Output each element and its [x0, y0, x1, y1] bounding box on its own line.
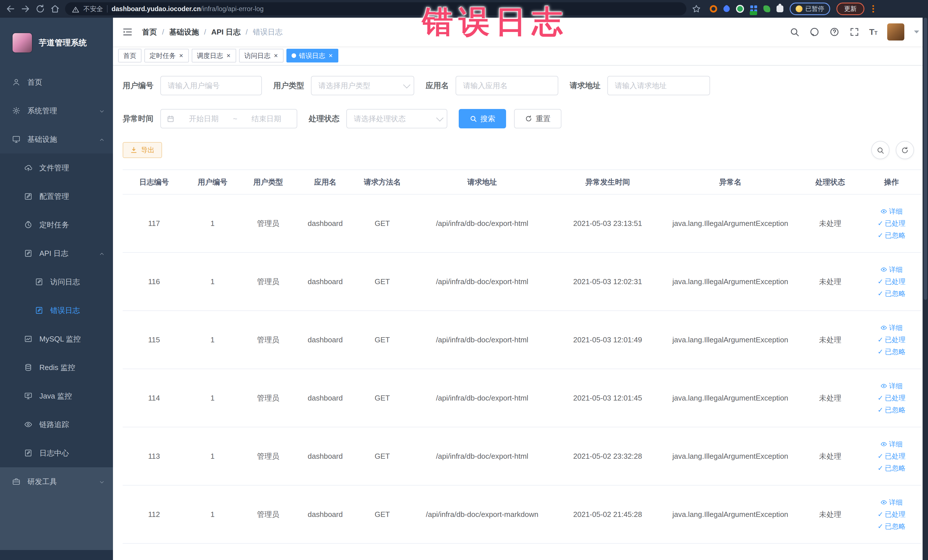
- sidebar-item-log-center[interactable]: 日志中心: [0, 439, 113, 467]
- refresh-table-button[interactable]: [896, 141, 914, 159]
- filter-request-url: 请求地址: [570, 76, 710, 95]
- address-bar[interactable]: 不安全 dashboard.yudao.iocoder.cn/infra/log…: [65, 2, 686, 15]
- close-tab-icon[interactable]: ×: [328, 52, 333, 59]
- table-cell: 2021-05-03 12:01:45: [553, 369, 662, 427]
- sidebar-toggle-icon[interactable]: [122, 26, 133, 37]
- fullscreen-icon[interactable]: [849, 27, 859, 37]
- back-icon[interactable]: [6, 4, 15, 14]
- mark-ignored-link[interactable]: ✓已忽略: [864, 462, 919, 474]
- sidebar-item-trace[interactable]: 链路追踪: [0, 410, 113, 439]
- sidebar-item-infra[interactable]: 基础设施: [0, 125, 113, 154]
- process-status-select[interactable]: [346, 109, 447, 128]
- main-area: 首页/基础设施/API 日志/错误日志 TT 首页定时任务×调度日志×访问日志×…: [113, 18, 928, 560]
- table-cell: 1: [185, 194, 240, 252]
- security-label[interactable]: 不安全: [83, 5, 103, 14]
- extension-blue-icon[interactable]: [722, 4, 731, 13]
- detail-link[interactable]: 详细: [864, 205, 919, 217]
- tab-定时任务[interactable]: 定时任务×: [144, 49, 189, 63]
- table-cell: 1: [185, 427, 240, 485]
- mark-processed-link[interactable]: ✓已处理: [864, 450, 919, 462]
- sidebar-item-access-log[interactable]: 访问日志: [0, 268, 113, 296]
- paused-badge[interactable]: 已暂停: [790, 3, 830, 15]
- show-search-button[interactable]: [871, 141, 890, 159]
- database-icon: [24, 363, 32, 372]
- detail-link[interactable]: 详细: [864, 438, 919, 450]
- request-url-input[interactable]: [607, 76, 710, 95]
- search-icon: [876, 146, 884, 154]
- processed-label: 已处理: [885, 508, 905, 520]
- processed-label: 已处理: [885, 217, 905, 229]
- mark-ignored-link[interactable]: ✓已忽略: [864, 520, 919, 533]
- gear-icon: [12, 107, 21, 115]
- bookmark-star-icon[interactable]: [691, 4, 701, 14]
- mark-processed-link[interactable]: ✓已处理: [864, 276, 919, 288]
- mark-ignored-link[interactable]: ✓已忽略: [864, 229, 919, 241]
- breadcrumb-item[interactable]: API 日志: [211, 27, 241, 37]
- sidebar-item-api-log[interactable]: API 日志: [0, 239, 113, 268]
- sidebar-item-home[interactable]: 首页: [0, 68, 113, 96]
- help-icon[interactable]: [829, 27, 839, 37]
- sidebar-item-system[interactable]: 系统管理: [0, 96, 113, 125]
- mark-processed-link[interactable]: ✓已处理: [864, 334, 919, 346]
- breadcrumb-item[interactable]: 基础设施: [169, 27, 199, 37]
- check-icon: ✓: [878, 392, 883, 404]
- mark-processed-link[interactable]: ✓已处理: [864, 217, 919, 229]
- mark-ignored-link[interactable]: ✓已忽略: [864, 346, 919, 358]
- reset-button[interactable]: 重置: [514, 109, 562, 128]
- detail-link[interactable]: 详细: [864, 380, 919, 392]
- tab-访问日志[interactable]: 访问日志×: [239, 49, 284, 63]
- end-date-placeholder: 结束日期: [242, 114, 291, 124]
- github-icon[interactable]: [809, 27, 820, 37]
- sidebar-item-error-log[interactable]: 错误日志: [0, 296, 113, 325]
- breadcrumb-item[interactable]: 首页: [142, 27, 157, 37]
- tab-首页[interactable]: 首页: [118, 49, 142, 63]
- forward-icon[interactable]: [21, 4, 30, 14]
- close-tab-icon[interactable]: ×: [226, 52, 231, 59]
- column-header: 操作: [862, 170, 922, 194]
- close-tab-icon[interactable]: ×: [179, 52, 184, 59]
- user-type-select[interactable]: [311, 76, 414, 95]
- app-name-input[interactable]: [456, 76, 558, 95]
- font-size-icon[interactable]: TT: [869, 28, 878, 36]
- sidebar-item-job[interactable]: 定时任务: [0, 211, 113, 239]
- filter-label: 处理状态: [309, 113, 346, 124]
- user-id-input[interactable]: [160, 76, 262, 95]
- extensions-puzzle-icon[interactable]: [777, 5, 783, 12]
- search-icon[interactable]: [789, 27, 800, 37]
- mark-processed-link[interactable]: ✓已处理: [864, 392, 919, 404]
- extension-grid-icon[interactable]: [750, 5, 757, 12]
- extension-green-icon[interactable]: [736, 5, 744, 13]
- reload-icon[interactable]: [35, 4, 45, 14]
- detail-link[interactable]: 详细: [864, 496, 919, 508]
- filter-user-type: 用户类型: [273, 76, 414, 95]
- detail-link[interactable]: 详细: [864, 322, 919, 334]
- extension-orange-icon[interactable]: [710, 5, 717, 12]
- detail-link[interactable]: 详细: [864, 264, 919, 276]
- user-menu-caret-icon[interactable]: [914, 31, 919, 34]
- sidebar-item-config[interactable]: 配置管理: [0, 182, 113, 211]
- browser-menu-icon[interactable]: [871, 5, 876, 12]
- sidebar-item-java[interactable]: Java 监控: [0, 382, 113, 410]
- search-button[interactable]: 搜索: [459, 109, 506, 128]
- page-scrollbar[interactable]: [923, 18, 928, 560]
- mark-ignored-link[interactable]: ✓已忽略: [864, 288, 919, 299]
- mark-processed-link[interactable]: ✓已处理: [864, 508, 919, 520]
- processed-label: 已处理: [885, 450, 905, 462]
- extension-leaf-icon[interactable]: [763, 5, 770, 12]
- sidebar-item-mysql[interactable]: MySQL 监控: [0, 325, 113, 353]
- date-range-picker[interactable]: 开始日期 ~ 结束日期: [160, 109, 297, 128]
- tab-调度日志[interactable]: 调度日志×: [192, 49, 236, 63]
- mark-ignored-link[interactable]: ✓已忽略: [864, 404, 919, 416]
- filter-row-2: 异常时间 开始日期 ~ 结束日期 处理状态 搜: [123, 109, 919, 128]
- update-button[interactable]: 更新: [836, 3, 864, 15]
- sidebar-item-devtools[interactable]: 研发工具: [0, 467, 113, 496]
- app-logo-row[interactable]: 芋道管理系统: [0, 18, 113, 68]
- sidebar-item-file[interactable]: 文件管理: [0, 154, 113, 182]
- export-button[interactable]: 导出: [123, 142, 162, 158]
- sidebar-item-redis[interactable]: Redis 监控: [0, 353, 113, 382]
- processed-label: 已处理: [885, 334, 905, 346]
- user-avatar[interactable]: [887, 23, 904, 41]
- home-icon[interactable]: [50, 4, 60, 14]
- tab-active-错误日志[interactable]: 错误日志×: [286, 49, 338, 63]
- close-tab-icon[interactable]: ×: [273, 52, 278, 59]
